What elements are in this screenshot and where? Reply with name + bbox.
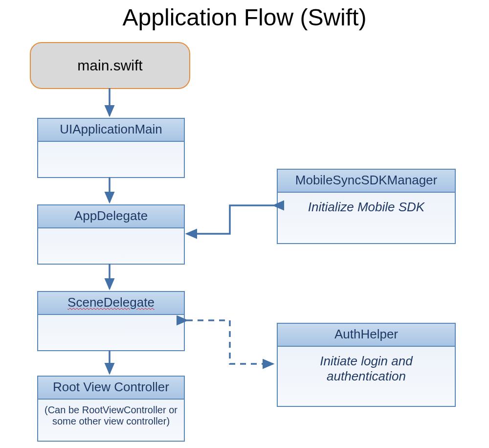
node-root-view-controller-header: Root View Controller [38,377,184,400]
node-auth-helper-header: AuthHelper [278,324,455,347]
node-root-view-controller: Root View Controller (Can be RootViewCon… [37,376,185,442]
node-app-delegate-header: AppDelegate [38,205,184,228]
diagram-title: Application Flow (Swift) [0,4,489,31]
arrow-scenedelegate-authhelper [187,320,273,364]
node-app-delegate-body [38,228,184,234]
node-app-delegate: AppDelegate [37,204,185,265]
node-main-swift: main.swift [30,42,190,89]
node-scene-delegate-header: SceneDelegate [38,292,184,315]
node-scene-delegate-body [38,315,184,321]
node-main-swift-label: main.swift [77,57,142,74]
node-auth-helper: AuthHelper Initiate login and authentica… [277,323,456,407]
node-ui-application-main-body [38,142,184,148]
node-ui-application-main-header: UIApplicationMain [38,119,184,142]
node-mobile-sync-body: Initialize Mobile SDK [278,193,455,218]
node-mobile-sync-sdk-manager: MobileSyncSDKManager Initialize Mobile S… [277,169,456,244]
node-ui-application-main: UIApplicationMain [37,118,185,178]
node-scene-delegate: SceneDelegate [37,291,185,351]
node-auth-helper-body: Initiate login and authentication [278,347,455,387]
arrow-appdelegate-mobilesync [187,205,274,234]
node-mobile-sync-header: MobileSyncSDKManager [278,170,455,193]
node-root-view-controller-body: (Can be RootViewController or some other… [38,400,184,427]
